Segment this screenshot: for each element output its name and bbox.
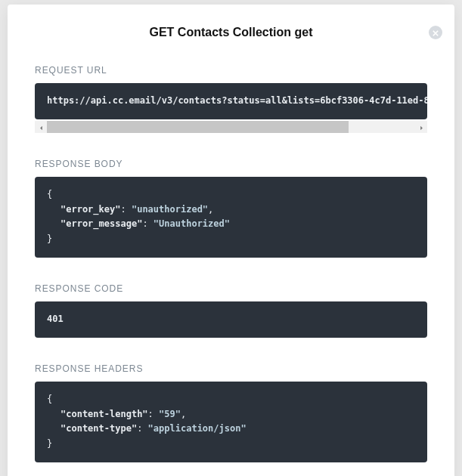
label-response-headers: RESPONSE HEADERS — [35, 363, 427, 374]
json-row: "content-type": "application/json" — [47, 422, 415, 437]
modal-title: GET Contacts Collection get — [8, 5, 454, 39]
scrollbar-track[interactable] — [47, 121, 415, 133]
chevron-left-icon — [39, 120, 44, 134]
json-row: "error_key": "unauthorized", — [47, 202, 415, 218]
json-key: "content-length" — [60, 409, 148, 419]
json-close-brace: } — [47, 437, 415, 452]
response-headers-code: { "content-length": "59", "content-type"… — [35, 382, 427, 462]
json-value: "59" — [159, 409, 181, 419]
close-icon — [433, 26, 439, 39]
api-response-modal: GET Contacts Collection get REQUEST URL … — [8, 5, 454, 476]
json-close-brace: } — [47, 232, 415, 247]
scroll-left-button[interactable] — [35, 121, 47, 133]
json-open-brace: { — [47, 392, 415, 407]
json-value: "unauthorized" — [132, 204, 208, 215]
json-open-brace: { — [47, 187, 415, 202]
response-code-value: 401 — [47, 314, 64, 324]
json-value: "application/json" — [148, 423, 247, 434]
label-response-body: RESPONSE BODY — [35, 159, 427, 169]
response-body-code: { "error_key": "unauthorized", "error_me… — [35, 177, 427, 258]
json-row: "error_message": "Unauthorized" — [47, 217, 415, 232]
request-url-text: https://api.cc.email/v3/contacts?status=… — [47, 95, 427, 106]
scroll-right-button[interactable] — [415, 121, 427, 133]
horizontal-scrollbar[interactable] — [35, 121, 427, 133]
request-url-block: https://api.cc.email/v3/contacts?status=… — [35, 83, 427, 133]
label-response-code: RESPONSE CODE — [35, 283, 427, 294]
chevron-right-icon — [419, 120, 424, 134]
response-code-code: 401 — [35, 301, 427, 338]
json-row: "content-length": "59", — [47, 407, 415, 422]
json-key: "content-type" — [60, 423, 137, 434]
json-value: "Unauthorized" — [153, 218, 230, 229]
modal-content: REQUEST URL https://api.cc.email/v3/cont… — [8, 65, 454, 476]
close-button[interactable] — [429, 26, 442, 39]
request-url-code: https://api.cc.email/v3/contacts?status=… — [35, 83, 427, 119]
json-key: "error_key" — [60, 204, 120, 215]
scrollbar-thumb[interactable] — [47, 121, 349, 133]
label-request-url: REQUEST URL — [35, 65, 427, 76]
json-key: "error_message" — [60, 218, 142, 229]
